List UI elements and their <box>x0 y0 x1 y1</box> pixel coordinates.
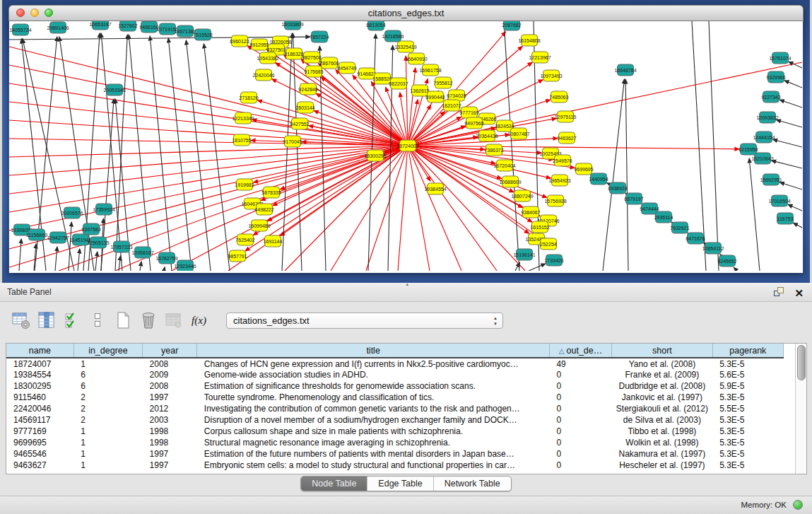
close-panel-icon[interactable]: ✕ <box>794 288 804 298</box>
citation-edge-black[interactable] <box>779 100 802 107</box>
table-row[interactable]: 911546021997Tourette syndrome. Phenomeno… <box>6 392 784 403</box>
column-header-title[interactable]: title <box>197 344 550 358</box>
citation-edge-red[interactable] <box>9 146 408 194</box>
network-node[interactable]: 9227343 <box>761 91 780 103</box>
network-node[interactable]: 12505135 <box>87 237 109 248</box>
citation-edge-black[interactable] <box>95 252 98 271</box>
network-node[interactable]: 19218586 <box>382 30 404 42</box>
citation-edge-black[interactable] <box>164 267 165 271</box>
network-node[interactable]: 10654112 <box>702 243 724 254</box>
network-node[interactable]: 9463627 <box>557 132 576 144</box>
citation-edge-black[interactable] <box>293 33 302 271</box>
network-node[interactable]: 9777169 <box>459 107 478 118</box>
table-row[interactable]: 969969511998Structural magnetic resonanc… <box>6 437 784 448</box>
network-node[interactable]: 9827508 <box>302 52 321 63</box>
network-node[interactable]: 16648784 <box>614 64 636 76</box>
network-node[interactable]: 16720404 <box>493 160 515 171</box>
network-node[interactable]: 15756928 <box>544 195 566 206</box>
network-node[interactable]: 17957223 <box>110 241 132 252</box>
citation-edge-black[interactable] <box>772 160 802 168</box>
network-node[interactable]: 20053346 <box>103 84 125 95</box>
network-node[interactable]: 20206576 <box>61 207 83 218</box>
network-node[interactable]: 1615152 <box>530 221 549 233</box>
citation-edge-black[interactable] <box>793 223 802 228</box>
zoom-window-button[interactable] <box>45 8 53 17</box>
table-row[interactable]: 1872400712008Changes of HCN gene express… <box>6 358 784 369</box>
network-node[interactable]: 11156869 <box>26 229 47 240</box>
citation-edge-black[interactable] <box>784 81 802 88</box>
network-node[interactable]: 9242848 <box>298 83 317 95</box>
float-panel-icon[interactable] <box>773 286 784 300</box>
network-node[interactable]: 19654923 <box>548 175 570 186</box>
network-node[interactable]: 14055724 <box>9 24 31 35</box>
network-node[interactable]: 16033809 <box>281 21 303 30</box>
table-header-row[interactable]: namein_degreeyeartitle△out_de…shortpager… <box>6 344 784 358</box>
tab-node-table[interactable]: Node Table <box>301 477 367 491</box>
network-node[interactable]: 10688609 <box>499 176 521 187</box>
delete-table-icon[interactable] <box>139 311 158 330</box>
network-node[interactable]: 10807487 <box>507 128 529 139</box>
network-node[interactable]: 8471676 <box>686 233 705 244</box>
citation-edge-black[interactable] <box>101 33 122 271</box>
network-node[interactable]: 2549576 <box>553 155 572 166</box>
citation-edge-black[interactable] <box>504 21 519 271</box>
table-row[interactable]: 1938455462009Genome-wide association stu… <box>6 369 784 380</box>
network-node[interactable]: 252254 <box>540 238 556 250</box>
tab-network-table[interactable]: Network Table <box>433 477 511 491</box>
network-node[interactable]: 9857791 <box>228 250 247 262</box>
citation-edge-black[interactable] <box>168 38 192 271</box>
citation-edge-black[interactable] <box>788 204 802 211</box>
network-node[interactable]: 10973493 <box>540 70 562 81</box>
network-node[interactable]: 12923446 <box>174 260 196 271</box>
network-node[interactable]: 12093832 <box>756 112 778 123</box>
citation-edge-black[interactable] <box>625 79 628 271</box>
network-node[interactable]: 22420046 <box>252 69 274 81</box>
network-node[interactable]: 116753 <box>777 213 794 224</box>
network-node[interactable]: 2803144 <box>295 102 314 113</box>
network-node[interactable]: 12444154 <box>753 132 775 143</box>
unselect-all-icon[interactable] <box>88 311 107 330</box>
network-node[interactable]: 9384067 <box>521 206 540 218</box>
citation-edge-black[interactable] <box>150 36 172 271</box>
network-node[interactable]: 18807249 <box>511 190 533 201</box>
citation-edge-black[interactable] <box>55 247 57 271</box>
citation-edge-black[interactable] <box>529 264 546 271</box>
new-table-icon[interactable] <box>113 311 132 330</box>
citation-edge-black[interactable] <box>709 21 719 271</box>
network-node[interactable]: 4498222 <box>254 204 273 215</box>
network-node[interactable]: 7955812 <box>433 77 452 88</box>
network-node[interactable]: 8960123 <box>230 35 249 47</box>
network-node[interactable]: 7632621 <box>670 222 689 233</box>
citation-edge-black[interactable] <box>319 46 326 271</box>
citation-edge-black[interactable] <box>779 182 802 189</box>
network-node[interactable]: 1621072 <box>442 100 461 111</box>
citation-edge-black[interactable] <box>204 44 230 271</box>
network-node[interactable]: 16961758 <box>419 64 441 76</box>
network-node[interactable]: 10958167 <box>131 247 153 258</box>
network-node[interactable]: 17359924 <box>93 204 114 215</box>
table-row[interactable]: 2242004622012Investigating the contribut… <box>6 403 784 414</box>
network-node[interactable]: 15196141 <box>513 249 535 260</box>
citation-edge-red[interactable] <box>9 146 408 249</box>
network-node[interactable]: 6879197 <box>624 193 643 204</box>
citation-edge-red[interactable] <box>408 146 430 271</box>
network-node[interactable]: 5878335 <box>261 187 281 198</box>
network-node[interactable]: 16210643 <box>751 153 773 164</box>
network-node[interactable]: 1527602 <box>118 21 137 31</box>
network-canvas[interactable]: 1872400789601238912955182260589327503105… <box>9 21 803 273</box>
column-header-pagerank[interactable]: pagerank <box>712 344 783 358</box>
network-node[interactable]: 9397583 <box>81 223 100 235</box>
citation-network-graph[interactable]: 1872400789601238912955182260589327503105… <box>9 21 802 271</box>
network-node[interactable]: 2087682 <box>502 21 521 30</box>
network-node[interactable]: 1440954 <box>589 173 608 185</box>
table-panel-header[interactable]: ▴ Table Panel ✕ <box>0 283 812 302</box>
table-vertical-scrollbar[interactable] <box>795 344 806 474</box>
network-node[interactable]: 8427552 <box>290 118 309 129</box>
network-node[interactable]: 12942757 <box>47 232 69 243</box>
network-node[interactable]: 2718120 <box>239 92 258 103</box>
column-header-out-de-[interactable]: △out_de… <box>549 344 611 358</box>
table-row[interactable]: 1830029562008Estimation of significance … <box>6 380 784 392</box>
table-selector-dropdown[interactable]: citations_edges.txt ▲▼ <box>226 313 503 329</box>
network-node[interactable]: 1919682 <box>235 179 254 190</box>
citation-edge-black[interactable] <box>115 35 127 271</box>
